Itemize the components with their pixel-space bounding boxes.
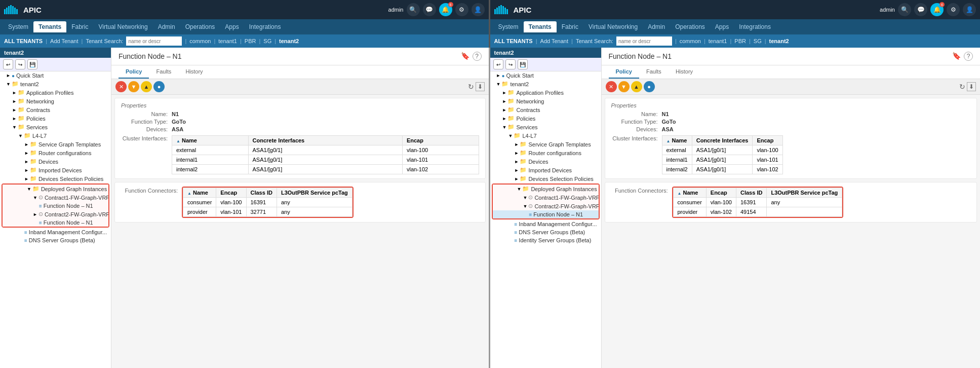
- tree-item-contract2-right[interactable]: ▼ ⊙ Contract2-FW-Graph-VRF1: [493, 202, 599, 210]
- menu-system-left[interactable]: System: [3, 21, 33, 32]
- sidebar-icon-redo-right[interactable]: ↪: [505, 59, 516, 69]
- tab-faults-right[interactable]: Faults: [639, 65, 669, 79]
- tenant-pbr-left[interactable]: PBR: [245, 38, 256, 44]
- tab-history-right[interactable]: History: [669, 65, 700, 79]
- tree-item-devsel-right[interactable]: ► 📁 Devices Selection Policies: [490, 174, 601, 183]
- tab-faults-left[interactable]: Faults: [149, 65, 178, 79]
- tenant-search-input-left[interactable]: [126, 36, 182, 46]
- tenant-pbr-right[interactable]: PBR: [734, 38, 746, 44]
- tree-item-contract1-left[interactable]: ▼ ⊙ Contract1-FW-Graph-VRF1: [3, 193, 108, 202]
- add-tenant-right[interactable]: Add Tenant: [540, 38, 568, 44]
- user-icon-btn-right[interactable]: 👤: [963, 3, 976, 16]
- tree-item-contracts-right[interactable]: ► 📁 Contracts: [490, 105, 601, 114]
- user-icon-btn-left[interactable]: 👤: [472, 3, 485, 16]
- tree-item-quick-start-right[interactable]: ► ● Quick Start: [490, 71, 601, 80]
- tenant-tenant1-left[interactable]: tenant1: [218, 38, 237, 44]
- toolbar-btn-orange-right[interactable]: ▼: [618, 81, 630, 92]
- sidebar-icon-undo[interactable]: ↩: [3, 59, 13, 69]
- sidebar-icon-save-right[interactable]: 💾: [518, 59, 528, 69]
- add-tenant-left[interactable]: Add Tenant: [50, 38, 78, 44]
- menu-integrations-left[interactable]: Integrations: [244, 21, 286, 32]
- tree-item-tenant2-left[interactable]: ▼ 📁 tenant2: [0, 80, 111, 88]
- message-icon-btn-right[interactable]: 💬: [914, 3, 927, 16]
- tenant-common-right[interactable]: common: [680, 38, 701, 44]
- tree-item-policies-right[interactable]: ► 📁 Policies: [490, 114, 601, 123]
- tree-item-fn1-contract2-right[interactable]: ≡ Function Node – N1: [493, 210, 599, 218]
- bell-icon-btn-left[interactable]: 🔔6: [439, 3, 452, 16]
- menu-admin-right[interactable]: Admin: [643, 21, 670, 32]
- gear-icon-btn-right[interactable]: ⚙: [947, 3, 960, 16]
- menu-tenants-left[interactable]: Tenants: [33, 21, 66, 32]
- help-icon-left[interactable]: ?: [473, 52, 482, 61]
- menu-ops-right[interactable]: Operations: [670, 21, 710, 32]
- sidebar-icon-redo[interactable]: ↪: [15, 59, 25, 69]
- menu-apps-right[interactable]: Apps: [710, 21, 734, 32]
- tree-item-identity-right[interactable]: ≡ Identity Server Groups (Beta): [490, 236, 601, 244]
- tree-item-tenant2-right[interactable]: ▼ 📁 tenant2: [490, 80, 601, 88]
- tree-item-networking-right[interactable]: ► 📁 Networking: [490, 97, 601, 105]
- tree-item-networking-left[interactable]: ► 📁 Networking: [0, 97, 111, 105]
- tree-item-dns-left[interactable]: ≡ DNS Server Groups (Beta): [0, 236, 111, 244]
- tab-history-left[interactable]: History: [178, 65, 210, 79]
- tab-policy-left[interactable]: Policy: [119, 65, 149, 79]
- menu-apps-left[interactable]: Apps: [220, 21, 244, 32]
- menu-fabric-left[interactable]: Fabric: [66, 21, 93, 32]
- tree-item-deployed-left[interactable]: ▼ 📁 Deployed Graph Instances: [3, 185, 108, 193]
- help-icon-right[interactable]: ?: [964, 52, 973, 61]
- menu-admin-left[interactable]: Admin: [153, 21, 180, 32]
- message-icon-btn-left[interactable]: 💬: [423, 3, 436, 16]
- tree-item-l4l7-right[interactable]: ▼ 📁 L4-L7: [490, 131, 601, 140]
- all-tenants-left[interactable]: ALL TENANTS: [4, 38, 43, 44]
- tree-item-deployed-right[interactable]: ▼ 📁 Deployed Graph Instances: [493, 185, 599, 193]
- menu-vn-left[interactable]: Virtual Networking: [93, 21, 152, 32]
- tree-item-imported-right[interactable]: ► 📁 Imported Devices: [490, 166, 601, 174]
- tab-policy-right[interactable]: Policy: [609, 65, 639, 79]
- menu-system-right[interactable]: System: [493, 21, 524, 32]
- bookmark-icon-right[interactable]: 🔖: [952, 52, 961, 61]
- menu-integrations-right[interactable]: Integrations: [734, 21, 776, 32]
- tenant-tenant1-right[interactable]: tenant1: [709, 38, 727, 44]
- tree-item-devices-right[interactable]: ► 📁 Devices: [490, 157, 601, 166]
- tree-item-services-right[interactable]: ▼ 📁 Services: [490, 123, 601, 131]
- tree-item-devices-left[interactable]: ► 📁 Devices: [0, 157, 111, 166]
- toolbar-btn-yellow-left[interactable]: ▲: [141, 81, 152, 92]
- toolbar-btn-yellow-right[interactable]: ▲: [631, 81, 642, 92]
- menu-ops-left[interactable]: Operations: [180, 21, 220, 32]
- tenant-tenant2-right[interactable]: tenant2: [769, 38, 789, 44]
- tree-item-contract2-left[interactable]: ► ⊙ Contract2-FW-Graph-VRF1: [3, 210, 108, 218]
- menu-fabric-right[interactable]: Fabric: [557, 21, 583, 32]
- tenant-tenant2-left[interactable]: tenant2: [279, 38, 299, 44]
- tree-item-dns-right[interactable]: ≡ DNS Server Groups (Beta): [490, 228, 601, 236]
- download-btn-right[interactable]: ⬇: [967, 82, 976, 91]
- tenant-common-left[interactable]: common: [189, 38, 211, 44]
- tree-item-policies-left[interactable]: ► 📁 Policies: [0, 114, 111, 123]
- tree-item-services-left[interactable]: ▼ 📁 Services: [0, 123, 111, 131]
- refresh-btn-left[interactable]: ↻: [468, 83, 474, 91]
- menu-vn-right[interactable]: Virtual Networking: [583, 21, 643, 32]
- tree-item-routercfg-right[interactable]: ► 📁 Router configurations: [490, 149, 601, 157]
- search-icon-btn-right[interactable]: 🔍: [898, 3, 911, 16]
- tree-item-app-right[interactable]: ► 📁 Application Profiles: [490, 88, 601, 97]
- toolbar-btn-x-left[interactable]: ✕: [115, 81, 127, 92]
- tree-item-sgt-left[interactable]: ► 📁 Service Graph Templates: [0, 140, 111, 149]
- sidebar-icon-undo-right[interactable]: ↩: [493, 59, 503, 69]
- tree-item-inband-left[interactable]: ≡ Inband Management Configur...: [0, 228, 111, 236]
- tree-item-l4l7-left[interactable]: ▼ 📁 L4-L7: [0, 131, 111, 140]
- bell-icon-btn-right[interactable]: 🔔6: [930, 3, 944, 16]
- tree-item-routercfg-left[interactable]: ► 📁 Router configurations: [0, 149, 111, 157]
- toolbar-btn-orange-left[interactable]: ▼: [128, 81, 139, 92]
- tree-item-app-profiles-left[interactable]: ► 📁 Application Profiles: [0, 88, 111, 97]
- gear-icon-btn-left[interactable]: ⚙: [455, 3, 468, 16]
- bookmark-icon-left[interactable]: 🔖: [461, 52, 469, 61]
- tree-item-contracts-left[interactable]: ► 📁 Contracts: [0, 105, 111, 114]
- tenant-sg-left[interactable]: SG: [263, 38, 271, 44]
- toolbar-btn-x-right[interactable]: ✕: [606, 81, 617, 92]
- all-tenants-right[interactable]: ALL TENANTS: [494, 38, 533, 44]
- tree-item-inband-right[interactable]: ≡ Inband Management Configur...: [490, 220, 601, 228]
- search-icon-btn-left[interactable]: 🔍: [407, 3, 420, 16]
- tree-item-contract1-right[interactable]: ▼ ⊙ Contract1-FW-Graph-VRF1: [493, 193, 599, 202]
- menu-tenants-right[interactable]: Tenants: [524, 21, 557, 32]
- sidebar-icon-save[interactable]: 💾: [27, 59, 37, 69]
- tree-item-devsel-left[interactable]: ► 📁 Devices Selection Policies: [0, 174, 111, 183]
- tree-item-imported-left[interactable]: ► 📁 Imported Devices: [0, 166, 111, 174]
